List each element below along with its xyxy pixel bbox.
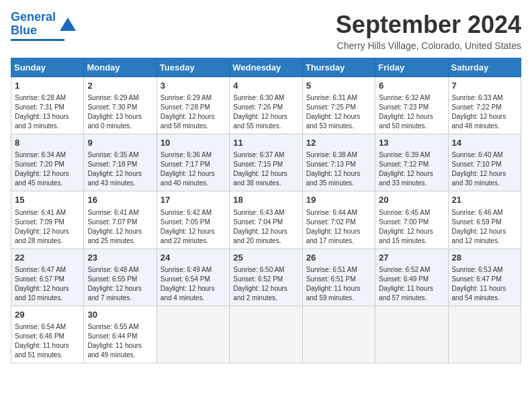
calendar-cell: 12Sunrise: 6:38 AMSunset: 7:13 PMDayligh… [302,134,375,191]
day-info: Sunrise: 6:44 AMSunset: 7:02 PMDaylight:… [306,208,371,246]
calendar-cell: 22Sunrise: 6:47 AMSunset: 6:57 PMDayligh… [11,248,84,306]
calendar-cell: 3Sunrise: 6:29 AMSunset: 7:28 PMDaylight… [157,77,229,134]
day-number: 22 [15,252,80,264]
calendar-cell: 9Sunrise: 6:35 AMSunset: 7:18 PMDaylight… [84,134,157,191]
day-info: Sunrise: 6:45 AMSunset: 7:00 PMDaylight:… [379,208,444,246]
day-number: 6 [379,80,444,92]
day-number: 8 [15,137,80,149]
calendar-cell: 25Sunrise: 6:50 AMSunset: 6:52 PMDayligh… [230,248,302,306]
day-number: 17 [161,194,226,206]
title-section: September 2024 Cherry Hills Village, Col… [336,11,521,51]
day-info: Sunrise: 6:28 AMSunset: 7:31 PMDaylight:… [15,93,80,131]
day-info: Sunrise: 6:47 AMSunset: 6:57 PMDaylight:… [15,265,80,303]
day-info: Sunrise: 6:29 AMSunset: 7:30 PMDaylight:… [87,93,152,131]
day-info: Sunrise: 6:36 AMSunset: 7:17 PMDaylight:… [161,150,226,188]
day-number: 30 [87,309,152,321]
day-number: 3 [161,80,226,92]
day-info: Sunrise: 6:53 AMSunset: 6:47 PMDaylight:… [452,265,517,303]
calendar-cell [448,306,521,363]
day-info: Sunrise: 6:38 AMSunset: 7:13 PMDaylight:… [306,150,371,188]
header-tuesday: Tuesday [157,58,229,77]
calendar-cell [302,306,375,363]
calendar-cell: 13Sunrise: 6:39 AMSunset: 7:12 PMDayligh… [375,134,448,191]
calendar-cell [157,306,229,363]
day-info: Sunrise: 6:35 AMSunset: 7:18 PMDaylight:… [87,150,152,188]
day-number: 26 [306,252,371,264]
day-number: 28 [452,252,517,264]
calendar-week-3: 15Sunrise: 6:41 AMSunset: 7:09 PMDayligh… [11,191,521,248]
day-number: 21 [452,194,517,206]
calendar-cell: 29Sunrise: 6:54 AMSunset: 6:46 PMDayligh… [11,306,84,363]
header-thursday: Thursday [302,58,375,77]
header-saturday: Saturday [448,58,521,77]
day-info: Sunrise: 6:39 AMSunset: 7:12 PMDaylight:… [379,150,444,188]
day-number: 16 [87,194,152,206]
day-number: 10 [161,137,226,149]
calendar-cell: 5Sunrise: 6:31 AMSunset: 7:25 PMDaylight… [302,77,375,134]
calendar-cell: 6Sunrise: 6:32 AMSunset: 7:23 PMDaylight… [375,77,448,134]
header-friday: Friday [375,58,448,77]
day-number: 24 [161,252,226,264]
day-number: 1 [15,80,80,92]
calendar-cell: 15Sunrise: 6:41 AMSunset: 7:09 PMDayligh… [11,191,84,248]
calendar-cell: 30Sunrise: 6:55 AMSunset: 6:44 PMDayligh… [84,306,157,363]
calendar-week-1: 1Sunrise: 6:28 AMSunset: 7:31 PMDaylight… [11,77,521,134]
header-wednesday: Wednesday [230,58,302,77]
day-number: 19 [306,194,371,206]
calendar-cell: 20Sunrise: 6:45 AMSunset: 7:00 PMDayligh… [375,191,448,248]
day-info: Sunrise: 6:48 AMSunset: 6:55 PMDaylight:… [87,265,152,303]
logo-text: General Blue [11,11,56,38]
calendar-cell: 10Sunrise: 6:36 AMSunset: 7:17 PMDayligh… [157,134,229,191]
day-info: Sunrise: 6:29 AMSunset: 7:28 PMDaylight:… [161,93,226,131]
day-info: Sunrise: 6:42 AMSunset: 7:05 PMDaylight:… [161,208,226,246]
calendar-cell: 7Sunrise: 6:33 AMSunset: 7:22 PMDaylight… [448,77,521,134]
header-sunday: Sunday [11,58,84,77]
page-header: General Blue September 2024 Cherry Hills… [11,11,521,51]
calendar-cell: 21Sunrise: 6:46 AMSunset: 6:59 PMDayligh… [448,191,521,248]
calendar-cell: 26Sunrise: 6:51 AMSunset: 6:51 PMDayligh… [302,248,375,306]
day-info: Sunrise: 6:41 AMSunset: 7:07 PMDaylight:… [87,208,152,246]
month-title: September 2024 [336,11,521,39]
day-number: 11 [233,137,298,149]
calendar-cell: 4Sunrise: 6:30 AMSunset: 7:26 PMDaylight… [230,77,302,134]
calendar-cell: 17Sunrise: 6:42 AMSunset: 7:05 PMDayligh… [157,191,229,248]
calendar-cell: 11Sunrise: 6:37 AMSunset: 7:15 PMDayligh… [230,134,302,191]
calendar-cell: 14Sunrise: 6:40 AMSunset: 7:10 PMDayligh… [448,134,521,191]
calendar-table: SundayMondayTuesdayWednesdayThursdayFrid… [11,58,521,363]
day-info: Sunrise: 6:32 AMSunset: 7:23 PMDaylight:… [379,93,444,131]
calendar-cell: 8Sunrise: 6:34 AMSunset: 7:20 PMDaylight… [11,134,84,191]
day-info: Sunrise: 6:31 AMSunset: 7:25 PMDaylight:… [306,93,371,131]
logo-icon [58,16,77,35]
calendar-cell: 19Sunrise: 6:44 AMSunset: 7:02 PMDayligh… [302,191,375,248]
day-info: Sunrise: 6:54 AMSunset: 6:46 PMDaylight:… [15,322,80,360]
day-info: Sunrise: 6:30 AMSunset: 7:26 PMDaylight:… [233,93,298,131]
day-number: 29 [15,309,80,321]
calendar-week-5: 29Sunrise: 6:54 AMSunset: 6:46 PMDayligh… [11,306,521,363]
calendar-cell: 23Sunrise: 6:48 AMSunset: 6:55 PMDayligh… [84,248,157,306]
day-number: 18 [233,194,298,206]
day-info: Sunrise: 6:33 AMSunset: 7:22 PMDaylight:… [452,93,517,131]
day-number: 23 [87,252,152,264]
day-number: 7 [452,80,517,92]
day-info: Sunrise: 6:49 AMSunset: 6:54 PMDaylight:… [161,265,226,303]
day-info: Sunrise: 6:52 AMSunset: 6:49 PMDaylight:… [379,265,444,303]
day-number: 12 [306,137,371,149]
day-info: Sunrise: 6:34 AMSunset: 7:20 PMDaylight:… [15,150,80,188]
calendar-cell [230,306,302,363]
day-number: 2 [87,80,152,92]
calendar-header-row: SundayMondayTuesdayWednesdayThursdayFrid… [11,58,521,77]
day-info: Sunrise: 6:37 AMSunset: 7:15 PMDaylight:… [233,150,298,188]
day-number: 4 [233,80,298,92]
calendar-cell: 1Sunrise: 6:28 AMSunset: 7:31 PMDaylight… [11,77,84,134]
day-info: Sunrise: 6:46 AMSunset: 6:59 PMDaylight:… [452,208,517,246]
svg-marker-0 [60,17,76,31]
day-number: 9 [87,137,152,149]
header-monday: Monday [84,58,157,77]
day-info: Sunrise: 6:50 AMSunset: 6:52 PMDaylight:… [233,265,298,303]
calendar-week-4: 22Sunrise: 6:47 AMSunset: 6:57 PMDayligh… [11,248,521,306]
logo: General Blue [11,11,77,41]
calendar-cell: 24Sunrise: 6:49 AMSunset: 6:54 PMDayligh… [157,248,229,306]
calendar-cell: 2Sunrise: 6:29 AMSunset: 7:30 PMDaylight… [84,77,157,134]
day-number: 25 [233,252,298,264]
calendar-cell: 18Sunrise: 6:43 AMSunset: 7:04 PMDayligh… [230,191,302,248]
